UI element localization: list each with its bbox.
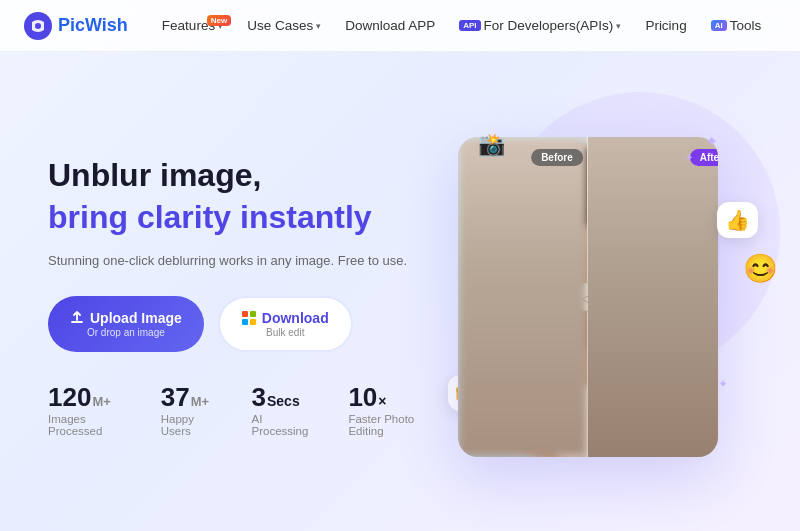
hero-buttons: Upload Image Or drop an image Download B… [48,296,428,352]
stat-users-label: Happy Users [161,413,212,437]
chevron-down-icon: ▾ [616,21,621,31]
brand-name: PicWish [58,15,128,36]
upload-button[interactable]: Upload Image Or drop an image [48,296,204,352]
stat-images: 120 M+ Images Processed [48,384,121,437]
api-badge: API [459,20,480,31]
nav-pricing[interactable]: Pricing [635,13,696,38]
after-tag: After [690,149,718,166]
stat-users: 37 M+ Happy Users [161,384,212,437]
stat-images-number: 120 [48,384,91,410]
hero-title-line1: Unblur image, [48,156,428,194]
stat-speed-number: 3 [252,384,266,410]
download-button[interactable]: Download Bulk edit [218,296,353,352]
download-sub-label: Bulk edit [266,327,304,338]
hero-section: Unblur image, bring clarity instantly St… [0,52,800,531]
stat-faster-label: Faster Photo Editing [348,413,428,437]
stat-images-label: Images Processed [48,413,121,437]
hero-title-line2: bring clarity instantly [48,198,428,236]
before-after-image: ◁▷ Before After [458,137,718,457]
smile-decoration: 😊 [743,252,778,285]
stat-images-unit: M+ [92,395,110,408]
before-tag: Before [531,149,583,166]
nav-download[interactable]: Download APP [335,13,445,38]
upload-sub-label: Or drop an image [87,327,165,338]
svg-point-1 [35,23,41,29]
after-image [588,137,718,457]
stat-faster-number: 10 [348,384,377,410]
navbar: PicWish Features New ▾ Use Cases ▾ Downl… [0,0,800,52]
nav-features[interactable]: Features New ▾ [152,13,233,38]
logo[interactable]: PicWish [24,12,128,40]
stat-speed-label: AI Processing [252,413,309,437]
chevron-down-icon: ▾ [316,21,321,31]
ai-badge: AI [711,20,727,31]
thumb-up-decoration: 👍 [717,202,758,238]
hero-left: Unblur image, bring clarity instantly St… [48,82,428,511]
nav-tools[interactable]: AI Tools [701,13,772,38]
camera-decoration: 📸 [478,132,505,158]
stat-speed-unit: Secs [267,394,300,408]
before-image [458,137,588,457]
windows-icon [242,311,256,325]
stat-faster-unit: × [378,394,386,408]
nav-api[interactable]: API For Developers(APIs) ▾ [449,13,631,38]
stat-faster: 10 × Faster Photo Editing [348,384,428,437]
stat-speed: 3 Secs AI Processing [252,384,309,437]
logo-icon [24,12,52,40]
stat-users-number: 37 [161,384,190,410]
star-deco-3: ✦ [718,377,728,391]
stats-section: 120 M+ Images Processed 37 M+ Happy User… [48,384,428,437]
hero-subtitle: Stunning one-click deblurring works in a… [48,251,428,271]
nav-use-cases[interactable]: Use Cases ▾ [237,13,331,38]
stat-users-unit: M+ [191,395,209,408]
hero-right: 🎁 [428,82,748,511]
upload-icon [70,311,84,325]
new-badge: New [207,15,231,26]
